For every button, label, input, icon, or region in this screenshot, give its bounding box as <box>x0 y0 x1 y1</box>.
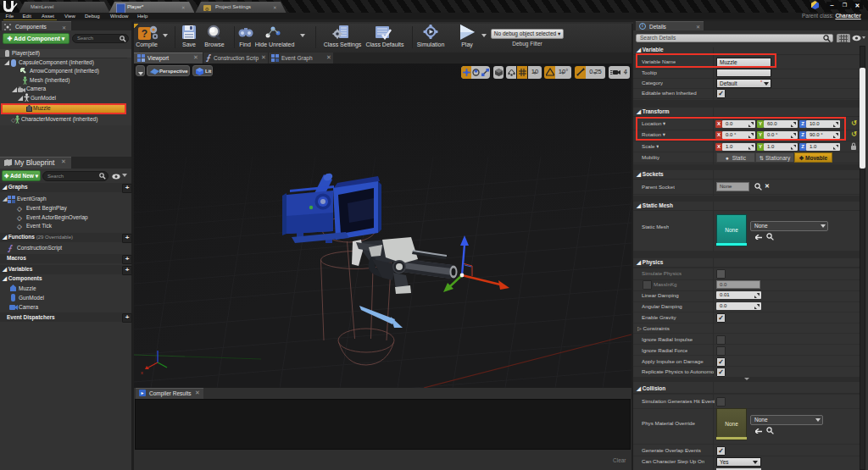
svg-text:?: ? <box>142 28 147 40</box>
svg-text:x: x <box>141 370 143 375</box>
